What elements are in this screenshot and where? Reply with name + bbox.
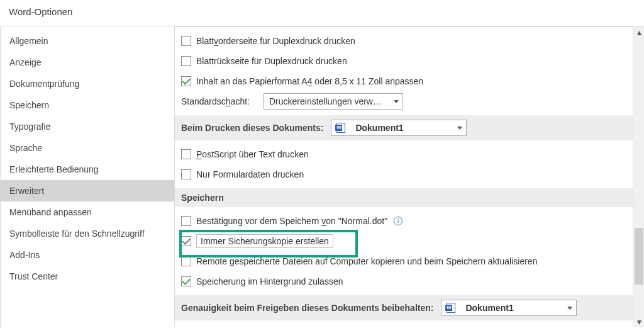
option-remote-copy[interactable]: Remote gespeicherte Dateien auf Computer…: [181, 251, 644, 271]
word-doc-icon: [336, 123, 345, 133]
options-sidebar: Allgemein Anzeige Dokumentprüfung Speich…: [0, 26, 175, 327]
info-icon[interactable]: i: [394, 217, 402, 225]
option-scale-a4[interactable]: Inhalt an das Papierformat A4 oder 8,5 x…: [181, 71, 644, 91]
fidelity-doc-dropdown[interactable]: Dokument1: [441, 300, 577, 316]
sidebar-item-addins[interactable]: Add-Ins: [1, 244, 174, 266]
content-pane: Blattvorderseite für Duplexdruck drucken…: [175, 26, 644, 327]
section-print-doc: Beim Drucken dieses Dokuments: Dokument1: [175, 115, 644, 140]
scroll-thumb[interactable]: [635, 228, 643, 285]
sidebar-item-ease[interactable]: Erleichterte Bedienung: [1, 159, 174, 180]
option-backup-copy[interactable]: Immer Sicherungskopie erstellen: [181, 231, 644, 251]
print-doc-dropdown[interactable]: Dokument1: [331, 120, 467, 136]
dropdown-value: Druckereinstellungen verw…: [269, 96, 382, 106]
sidebar-item-general[interactable]: Allgemein: [1, 30, 174, 52]
chevron-down-icon: [567, 307, 572, 310]
checkbox-icon[interactable]: [181, 36, 191, 46]
option-background-save[interactable]: Speicherung im Hintergrund zulassen: [181, 271, 644, 291]
section-heading: Genauigkeit beim Freigeben dieses Dokume…: [181, 303, 433, 313]
section-save: Speichern: [175, 188, 644, 207]
checkbox-label: Remote gespeicherte Dateien auf Computer…: [196, 256, 537, 266]
sidebar-item-qat[interactable]: Symbolleiste für den Schnellzugriff: [1, 223, 174, 244]
checkbox-icon[interactable]: [181, 56, 191, 66]
checkbox-icon[interactable]: [181, 169, 191, 179]
section-heading: Beim Drucken dieses Dokuments:: [181, 123, 323, 133]
dropdown-value: Dokument1: [355, 123, 403, 133]
option-formdata[interactable]: Nur Formulardaten drucken: [181, 164, 644, 184]
chevron-down-icon: [457, 127, 462, 130]
checkbox-icon[interactable]: [181, 236, 191, 246]
option-postscript[interactable]: PostScript über Text drucken: [181, 144, 644, 164]
checkbox-label: Nur Formulardaten drucken: [196, 169, 304, 179]
scroll-down-icon[interactable]: ▾: [633, 316, 644, 327]
checkbox-icon[interactable]: [181, 256, 191, 266]
checkbox-icon[interactable]: [181, 76, 191, 86]
sidebar-item-proofing[interactable]: Dokumentprüfung: [1, 73, 174, 94]
checkbox-label: Speicherung im Hintergrund zulassen: [196, 276, 343, 286]
main-area: Allgemein Anzeige Dokumentprüfung Speich…: [0, 26, 644, 327]
checkbox-label: Immer Sicherungskopie erstellen: [196, 234, 333, 248]
word-doc-icon: [447, 303, 455, 313]
chevron-down-icon: [394, 100, 399, 103]
checkbox-icon[interactable]: [181, 149, 191, 159]
window-title: Word-Optionen: [0, 0, 644, 26]
sidebar-item-trust[interactable]: Trust Center: [1, 266, 174, 287]
sidebar-item-typography[interactable]: Typografie: [1, 116, 174, 137]
checkbox-icon[interactable]: [181, 276, 191, 286]
option-default-tray: Standardschacht: Druckereinstellungen ve…: [181, 91, 644, 111]
option-confirm-normal[interactable]: Bestätigung vor dem Speichern von "Norma…: [181, 211, 644, 231]
section-fidelity: Genauigkeit beim Freigeben dieses Dokume…: [175, 295, 644, 320]
sidebar-item-ribbon[interactable]: Menüband anpassen: [1, 201, 174, 223]
sidebar-item-advanced[interactable]: Erweitert: [1, 180, 174, 201]
tray-label: Standardschacht:: [181, 96, 250, 106]
scroll-up-icon[interactable]: ▴: [633, 26, 644, 38]
vertical-scrollbar[interactable]: ▴ ▾: [633, 26, 644, 327]
option-duplex-back[interactable]: Blattrückseite für Duplexdruck drucken: [181, 51, 644, 71]
sidebar-item-save[interactable]: Speichern: [1, 94, 174, 116]
checkbox-icon[interactable]: [181, 216, 191, 226]
tray-dropdown[interactable]: Druckereinstellungen verw…: [264, 93, 403, 110]
dropdown-value: Dokument1: [465, 303, 513, 313]
sidebar-item-language[interactable]: Sprache: [1, 137, 174, 159]
checkbox-label: Inhalt an das Papierformat A4 oder 8,5 x…: [196, 76, 423, 86]
sidebar-item-display[interactable]: Anzeige: [1, 52, 174, 73]
checkbox-label: Blattvorderseite für Duplexdruck drucken: [196, 36, 355, 46]
option-duplex-front[interactable]: Blattvorderseite für Duplexdruck drucken: [181, 31, 644, 51]
checkbox-label: PostScript über Text drucken: [196, 149, 309, 159]
checkbox-label: Blattrückseite für Duplexdruck drucken: [196, 56, 347, 66]
checkbox-label: Bestätigung vor dem Speichern von "Norma…: [196, 216, 387, 226]
section-heading: Speichern: [181, 193, 224, 203]
